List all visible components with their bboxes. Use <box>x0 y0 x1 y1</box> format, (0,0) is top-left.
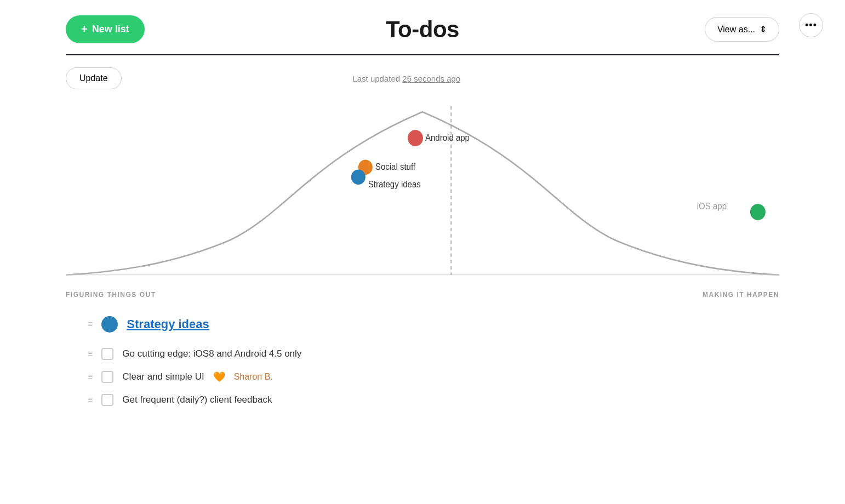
svg-text:Social stuff: Social stuff <box>375 162 416 171</box>
hill-chart: Android app Social stuff Strategy ideas … <box>66 100 779 287</box>
top-bar: + New list To-dos View as... ⇕ <box>0 0 845 54</box>
list-title-link[interactable]: Strategy ideas <box>127 317 209 331</box>
todo-item: ≡ Clear and simple UI 🧡 Sharon B. <box>88 365 757 388</box>
drag-handle-icon: ≡ <box>88 372 93 382</box>
svg-text:Android app: Android app <box>425 133 470 142</box>
chart-labels: FIGURING THINGS OUT MAKING IT HAPPEN <box>0 287 845 299</box>
todo-checkbox[interactable] <box>101 348 113 360</box>
update-row: Update Last updated 26 seconds ago <box>0 55 845 95</box>
todo-item: ≡ Go cutting edge: iOS8 and Android 4.5 … <box>88 342 757 365</box>
todo-checkbox[interactable] <box>101 394 113 406</box>
todo-item-text: Clear and simple UI <box>122 371 204 382</box>
hill-chart-svg: Android app Social stuff Strategy ideas … <box>66 100 779 287</box>
view-as-button[interactable]: View as... ⇕ <box>705 17 779 42</box>
todo-checkbox[interactable] <box>101 371 113 383</box>
chevron-icon: ⇕ <box>760 24 767 35</box>
last-updated-text: Last updated 26 seconds ago <box>144 74 670 83</box>
list-dot <box>101 316 118 333</box>
view-as-label: View as... <box>717 25 755 35</box>
drag-handle-icon: ≡ <box>88 319 93 329</box>
drag-handle-icon: ≡ <box>88 395 93 405</box>
avatar: 🧡 <box>213 371 225 383</box>
drag-handle-icon: ≡ <box>88 349 93 359</box>
svg-point-2 <box>408 130 423 146</box>
todo-item: ≡ Get frequent (daily?) client feedback <box>88 388 757 411</box>
svg-point-8 <box>750 204 766 220</box>
todo-item-text: Get frequent (daily?) client feedback <box>122 394 272 405</box>
last-updated-link[interactable]: 26 seconds ago <box>402 74 460 83</box>
svg-text:Strategy ideas: Strategy ideas <box>368 180 421 189</box>
update-button[interactable]: Update <box>66 67 122 89</box>
todo-item-text: Go cutting edge: iOS8 and Android 4.5 on… <box>122 348 301 359</box>
list-header: ≡ Strategy ideas <box>88 316 757 333</box>
right-axis-label: MAKING IT HAPPEN <box>703 291 779 299</box>
page-title: To-dos <box>386 16 459 43</box>
svg-point-6 <box>351 169 366 185</box>
todo-items: ≡ Go cutting edge: iOS8 and Android 4.5 … <box>88 342 757 411</box>
new-list-label: New list <box>92 24 129 35</box>
assignee-name: Sharon B. <box>234 372 273 382</box>
left-axis-label: FIGURING THINGS OUT <box>66 291 156 299</box>
svg-text:iOS app: iOS app <box>697 201 727 210</box>
plus-icon: + <box>81 23 88 36</box>
todo-section: ≡ Strategy ideas ≡ Go cutting edge: iOS8… <box>0 299 845 411</box>
new-list-button[interactable]: + New list <box>66 15 145 43</box>
